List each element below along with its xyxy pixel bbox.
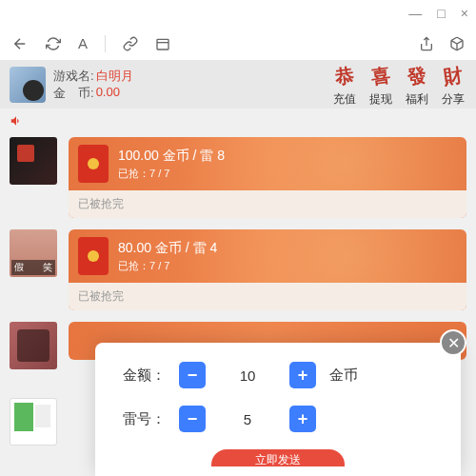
name-label: 游戏名: (53, 68, 94, 85)
action-glyph: 喜 (366, 61, 396, 91)
calendar-icon[interactable] (155, 36, 170, 51)
envelope-amount: 100.00 金币 / 雷 8 (118, 148, 225, 165)
close-button[interactable]: × (461, 6, 468, 21)
action-label: 充值 (333, 91, 356, 108)
mine-label: 雷号： (118, 410, 166, 428)
maximize-button[interactable]: □ (437, 6, 445, 21)
amount-minus-button[interactable]: − (179, 362, 206, 388)
back-icon[interactable] (11, 35, 29, 52)
amount-unit: 金币 (329, 367, 358, 385)
redpack-icon (78, 237, 109, 275)
envelope-amount: 80.00 金币 / 雷 4 (118, 240, 217, 257)
amount-plus-button[interactable]: + (289, 362, 316, 388)
minimize-button[interactable]: — (408, 6, 422, 21)
action-label: 分享 (442, 91, 465, 108)
envelope-progress: 已抢：7 / 7 (118, 167, 225, 181)
close-icon[interactable]: ✕ (440, 329, 466, 356)
action-label: 提现 (369, 91, 392, 108)
action-glyph: 財 (438, 61, 468, 91)
red-envelope[interactable]: 100.00 金币 / 雷 8已抢：7 / 7已被抢完 (69, 137, 466, 218)
feed-thumb[interactable]: 假笑 (10, 229, 57, 277)
redpack-icon (78, 145, 109, 183)
red-envelope[interactable]: 80.00 金币 / 雷 4已抢：7 / 7已被抢完 (69, 229, 466, 310)
envelope-status: 已被抢完 (69, 190, 466, 218)
amount-label: 金额： (118, 367, 166, 385)
divider (105, 35, 106, 52)
send-button[interactable]: 立即发送 (211, 449, 345, 466)
action-提现[interactable]: 喜提现 (367, 63, 394, 108)
action-glyph: 發 (402, 61, 432, 91)
mine-value: 5 (219, 411, 276, 427)
action-充值[interactable]: 恭充值 (331, 63, 358, 108)
feed-thumb[interactable] (10, 322, 57, 369)
coin-label: 金 币: (53, 85, 94, 102)
name-value: 白明月 (96, 68, 133, 85)
share-icon[interactable] (419, 36, 434, 51)
cube-icon[interactable] (449, 36, 465, 51)
mine-plus-button[interactable]: + (289, 406, 316, 432)
send-modal: ✕ 金额： − 10 + 金币 雷号： − 5 + 立即发送 (95, 343, 461, 476)
avatar[interactable] (10, 67, 46, 103)
action-分享[interactable]: 財分享 (440, 63, 466, 108)
user-info: 游戏名: 白明月 金 币: 0.00 (53, 68, 133, 102)
action-glyph: 恭 (329, 61, 360, 91)
font-icon[interactable]: A (78, 35, 88, 51)
svg-rect-0 (157, 39, 169, 50)
mine-minus-button[interactable]: − (179, 406, 206, 432)
speaker-icon (0, 109, 476, 137)
envelope-status: 已被抢完 (69, 283, 466, 310)
feed-thumb[interactable] (10, 137, 57, 185)
link-icon[interactable] (123, 36, 138, 51)
envelope-progress: 已抢：7 / 7 (118, 259, 217, 273)
amount-value: 10 (219, 367, 276, 384)
coin-value: 0.00 (96, 85, 120, 102)
action-label: 福利 (406, 91, 428, 108)
action-福利[interactable]: 發福利 (404, 63, 430, 108)
refresh-icon[interactable] (46, 36, 61, 51)
feed-thumb[interactable] (10, 398, 57, 446)
